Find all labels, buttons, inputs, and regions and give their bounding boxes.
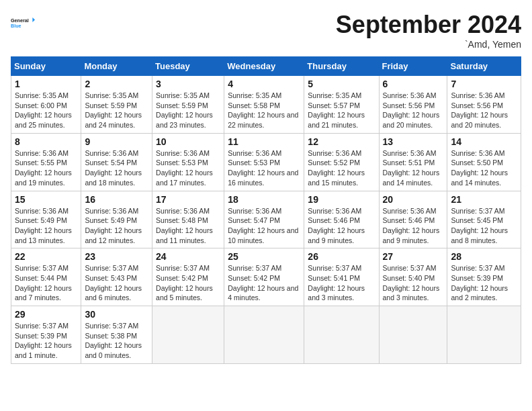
header-cell-sunday: Sunday [11, 57, 81, 76]
calendar-cell: 28 Sunrise: 5:37 AM Sunset: 5:39 PM Dayl… [447, 248, 521, 306]
day-info: Sunrise: 5:35 AM Sunset: 6:00 PM Dayligh… [15, 91, 77, 130]
day-info: Sunrise: 5:37 AM Sunset: 5:42 PM Dayligh… [156, 263, 220, 303]
calendar-cell: 14 Sunrise: 5:36 AM Sunset: 5:50 PM Dayl… [447, 133, 521, 191]
day-info: Sunrise: 5:35 AM Sunset: 5:59 PM Dayligh… [85, 91, 148, 130]
header-cell-friday: Friday [379, 57, 447, 76]
day-info: Sunrise: 5:36 AM Sunset: 5:51 PM Dayligh… [383, 148, 444, 188]
location: `Amd, Yemen [336, 39, 521, 50]
calendar-week-3: 15 Sunrise: 5:36 AM Sunset: 5:49 PM Dayl… [11, 191, 521, 248]
day-info: Sunrise: 5:36 AM Sunset: 5:47 PM Dayligh… [228, 206, 300, 246]
calendar-cell [152, 306, 224, 364]
header-cell-saturday: Saturday [447, 57, 521, 76]
day-number: 23 [85, 251, 148, 262]
day-number: 13 [383, 136, 444, 147]
day-info: Sunrise: 5:37 AM Sunset: 5:41 PM Dayligh… [308, 263, 375, 303]
header-cell-monday: Monday [81, 57, 152, 76]
header-row: SundayMondayTuesdayWednesdayThursdayFrid… [11, 57, 521, 76]
calendar-week-5: 29 Sunrise: 5:37 AM Sunset: 5:39 PM Dayl… [11, 306, 521, 364]
day-number: 7 [451, 79, 517, 89]
calendar-cell: 21 Sunrise: 5:37 AM Sunset: 5:45 PM Dayl… [447, 191, 521, 248]
day-info: Sunrise: 5:37 AM Sunset: 5:45 PM Dayligh… [451, 206, 517, 246]
day-number: 24 [156, 251, 220, 262]
calendar-cell: 26 Sunrise: 5:37 AM Sunset: 5:41 PM Dayl… [304, 248, 379, 306]
header: General Blue September 2024 `Amd, Yemen [11, 11, 521, 50]
calendar-cell: 19 Sunrise: 5:36 AM Sunset: 5:46 PM Dayl… [304, 191, 379, 248]
calendar-cell: 2 Sunrise: 5:35 AM Sunset: 5:59 PM Dayli… [81, 76, 152, 134]
day-number: 28 [451, 251, 517, 262]
calendar-cell: 7 Sunrise: 5:36 AM Sunset: 5:56 PM Dayli… [447, 76, 521, 134]
header-cell-wednesday: Wednesday [224, 57, 304, 76]
calendar-week-1: 1 Sunrise: 5:35 AM Sunset: 6:00 PM Dayli… [11, 76, 521, 134]
calendar-cell: 8 Sunrise: 5:36 AM Sunset: 5:55 PM Dayli… [11, 133, 81, 191]
day-info: Sunrise: 5:37 AM Sunset: 5:40 PM Dayligh… [383, 263, 444, 303]
calendar-cell: 24 Sunrise: 5:37 AM Sunset: 5:42 PM Dayl… [152, 248, 224, 306]
day-info: Sunrise: 5:35 AM Sunset: 5:58 PM Dayligh… [228, 91, 300, 130]
calendar-cell [447, 306, 521, 364]
day-info: Sunrise: 5:37 AM Sunset: 5:44 PM Dayligh… [15, 263, 77, 303]
day-number: 15 [15, 194, 77, 205]
day-number: 17 [156, 194, 220, 205]
day-number: 12 [308, 136, 375, 147]
svg-marker-1 [32, 17, 35, 22]
day-number: 18 [228, 194, 300, 205]
svg-text:General: General [11, 17, 29, 24]
day-number: 26 [308, 251, 375, 262]
day-number: 4 [228, 79, 300, 89]
day-number: 19 [308, 194, 375, 205]
day-number: 8 [15, 136, 77, 147]
calendar-cell: 18 Sunrise: 5:36 AM Sunset: 5:47 PM Dayl… [224, 191, 304, 248]
day-number: 11 [228, 136, 300, 147]
day-number: 20 [383, 194, 444, 205]
calendar-cell: 1 Sunrise: 5:35 AM Sunset: 6:00 PM Dayli… [11, 76, 81, 134]
title-area: September 2024 `Amd, Yemen [336, 11, 521, 50]
day-number: 2 [85, 79, 148, 89]
calendar-cell [304, 306, 379, 364]
calendar-cell: 16 Sunrise: 5:36 AM Sunset: 5:49 PM Dayl… [81, 191, 152, 248]
logo: General Blue [11, 11, 35, 35]
calendar-cell: 29 Sunrise: 5:37 AM Sunset: 5:39 PM Dayl… [11, 306, 81, 364]
day-number: 3 [156, 79, 220, 89]
logo-svg: General Blue [11, 11, 35, 35]
day-number: 21 [451, 194, 517, 205]
day-info: Sunrise: 5:36 AM Sunset: 5:54 PM Dayligh… [85, 148, 148, 188]
calendar-cell: 23 Sunrise: 5:37 AM Sunset: 5:43 PM Dayl… [81, 248, 152, 306]
day-number: 16 [85, 194, 148, 205]
day-info: Sunrise: 5:36 AM Sunset: 5:53 PM Dayligh… [228, 148, 300, 188]
day-info: Sunrise: 5:36 AM Sunset: 5:46 PM Dayligh… [383, 206, 444, 246]
day-number: 29 [15, 309, 77, 320]
day-info: Sunrise: 5:37 AM Sunset: 5:43 PM Dayligh… [85, 263, 148, 303]
header-cell-tuesday: Tuesday [152, 57, 224, 76]
calendar-cell: 11 Sunrise: 5:36 AM Sunset: 5:53 PM Dayl… [224, 133, 304, 191]
calendar-cell: 6 Sunrise: 5:36 AM Sunset: 5:56 PM Dayli… [379, 76, 447, 134]
day-number: 14 [451, 136, 517, 147]
day-info: Sunrise: 5:35 AM Sunset: 5:57 PM Dayligh… [308, 91, 375, 130]
calendar-cell: 10 Sunrise: 5:36 AM Sunset: 5:53 PM Dayl… [152, 133, 224, 191]
calendar-cell: 5 Sunrise: 5:35 AM Sunset: 5:57 PM Dayli… [304, 76, 379, 134]
day-info: Sunrise: 5:36 AM Sunset: 5:53 PM Dayligh… [156, 148, 220, 188]
day-number: 5 [308, 79, 375, 89]
day-info: Sunrise: 5:36 AM Sunset: 5:46 PM Dayligh… [308, 206, 375, 246]
calendar-cell: 30 Sunrise: 5:37 AM Sunset: 5:38 PM Dayl… [81, 306, 152, 364]
day-info: Sunrise: 5:36 AM Sunset: 5:56 PM Dayligh… [383, 91, 444, 130]
calendar-cell: 22 Sunrise: 5:37 AM Sunset: 5:44 PM Dayl… [11, 248, 81, 306]
day-info: Sunrise: 5:37 AM Sunset: 5:38 PM Dayligh… [85, 321, 148, 361]
day-info: Sunrise: 5:36 AM Sunset: 5:52 PM Dayligh… [308, 148, 375, 188]
day-number: 22 [15, 251, 77, 262]
calendar-cell: 3 Sunrise: 5:35 AM Sunset: 5:59 PM Dayli… [152, 76, 224, 134]
calendar-cell: 20 Sunrise: 5:36 AM Sunset: 5:46 PM Dayl… [379, 191, 447, 248]
calendar-week-4: 22 Sunrise: 5:37 AM Sunset: 5:44 PM Dayl… [11, 248, 521, 306]
day-info: Sunrise: 5:36 AM Sunset: 5:49 PM Dayligh… [15, 206, 77, 246]
day-number: 25 [228, 251, 300, 262]
calendar-cell: 27 Sunrise: 5:37 AM Sunset: 5:40 PM Dayl… [379, 248, 447, 306]
calendar-cell: 9 Sunrise: 5:36 AM Sunset: 5:54 PM Dayli… [81, 133, 152, 191]
day-number: 27 [383, 251, 444, 262]
header-cell-thursday: Thursday [304, 57, 379, 76]
calendar-cell: 13 Sunrise: 5:36 AM Sunset: 5:51 PM Dayl… [379, 133, 447, 191]
day-number: 6 [383, 79, 444, 89]
day-number: 1 [15, 79, 77, 89]
calendar-cell: 17 Sunrise: 5:36 AM Sunset: 5:48 PM Dayl… [152, 191, 224, 248]
calendar-cell [379, 306, 447, 364]
calendar-week-2: 8 Sunrise: 5:36 AM Sunset: 5:55 PM Dayli… [11, 133, 521, 191]
calendar-table: SundayMondayTuesdayWednesdayThursdayFrid… [11, 56, 521, 364]
day-info: Sunrise: 5:36 AM Sunset: 5:49 PM Dayligh… [85, 206, 148, 246]
